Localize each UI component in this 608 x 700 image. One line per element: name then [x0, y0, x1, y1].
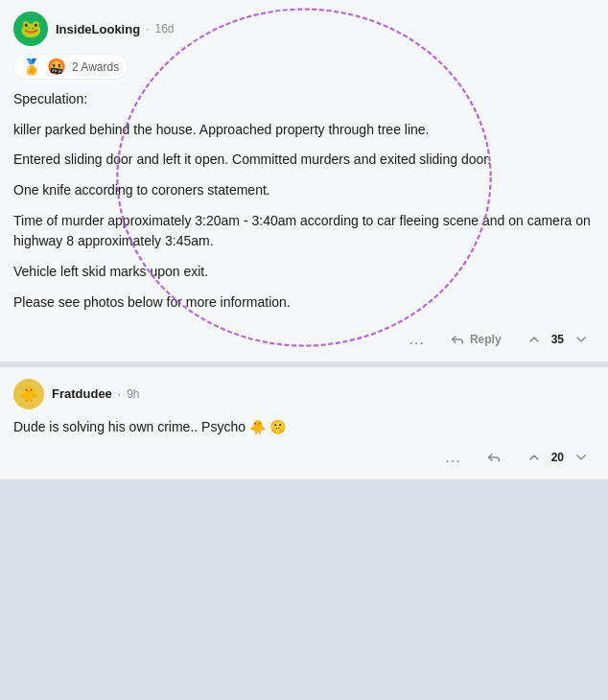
comment-avatar-emoji: 🐥	[19, 385, 38, 403]
comment-card: 🐥 Fratdudee · 9h Dude is solving his own…	[0, 367, 608, 479]
comment-text: Dude is solving his own crime.. Psycho 🐥…	[13, 419, 286, 434]
comment-upvote-button[interactable]	[521, 446, 548, 469]
comment-vote-count: 20	[551, 451, 564, 464]
comment-upvote-icon	[526, 450, 542, 465]
upvote-button[interactable]	[521, 328, 548, 351]
downvote-icon	[573, 332, 589, 347]
post-paragraph-1: Speculation:	[13, 89, 595, 110]
comment-avatar: 🐥	[13, 379, 44, 409]
post-card: 🐸 InsideLooking · 16d 🏅 🤬 2 Awards Specu…	[0, 0, 608, 362]
post-more-button[interactable]: ...	[404, 327, 431, 352]
vote-section: 35	[521, 328, 595, 351]
comment-actions: ... 20	[13, 445, 595, 470]
comment-downvote-button[interactable]	[568, 446, 595, 469]
post-header: 🐸 InsideLooking · 16d	[13, 12, 595, 46]
post-paragraph-3: Entered sliding door and left it open. C…	[13, 150, 595, 171]
comment-vote-section: 20	[521, 446, 595, 469]
downvote-button[interactable]	[568, 328, 595, 351]
avatar-emoji: 🐸	[20, 18, 41, 39]
award-icon-1: 🏅	[22, 58, 41, 76]
reply-button[interactable]: Reply	[444, 328, 507, 351]
comment-dot: ·	[118, 387, 121, 401]
post-paragraph-4: One knife according to coroners statemen…	[13, 180, 595, 201]
comment-reply-icon	[486, 450, 502, 465]
upvote-icon	[526, 332, 542, 347]
award-icon-2: 🤬	[47, 58, 66, 76]
comment-reply-button[interactable]	[480, 446, 507, 469]
reply-label: Reply	[470, 333, 502, 346]
post-paragraph-5: Time of murder approximately 3:20am - 3:…	[13, 211, 595, 252]
post-meta: InsideLooking · 16d	[56, 22, 175, 36]
post-timestamp: 16d	[154, 22, 174, 35]
comment-header: 🐥 Fratdudee · 9h	[13, 379, 595, 409]
post-vote-count: 35	[551, 333, 564, 346]
post-username[interactable]: InsideLooking	[56, 22, 140, 36]
comment-more-button[interactable]: ...	[439, 445, 466, 470]
post-body: Speculation: killer parked behind the ho…	[13, 89, 595, 314]
comment-timestamp: 9h	[127, 387, 139, 401]
awards-count: 2 Awards	[72, 60, 119, 74]
comment-downvote-icon	[573, 450, 589, 465]
post-paragraph-6: Vehicle left skid marks upon exit.	[13, 262, 595, 283]
comment-body: Dude is solving his own crime.. Psycho 🐥…	[13, 417, 595, 437]
post-paragraph-2: killer parked behind the house. Approach…	[13, 120, 595, 141]
comment-username[interactable]: Fratdudee	[52, 386, 112, 401]
post-paragraph-7: Please see photos below for more informa…	[13, 292, 595, 314]
comment-meta: Fratdudee · 9h	[52, 386, 140, 401]
meta-dot: ·	[146, 22, 149, 35]
post-actions: ... Reply 35	[13, 323, 595, 352]
avatar: 🐸	[13, 12, 48, 46]
reply-icon	[450, 332, 465, 347]
awards-row[interactable]: 🏅 🤬 2 Awards	[13, 54, 128, 80]
